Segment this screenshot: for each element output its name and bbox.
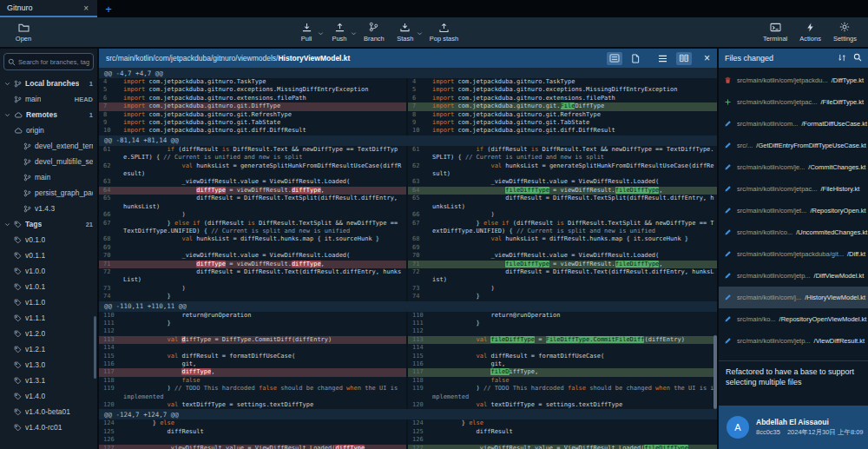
sidebar-item-v1-1-1[interactable]: v1.1.1	[0, 310, 97, 326]
push-button[interactable]: Push	[325, 21, 354, 44]
sidebar-item-v1-2-1[interactable]: v1.2.1	[0, 341, 97, 357]
sidebar-item-v1-2-0[interactable]: v1.2.0	[0, 326, 97, 341]
tag-icon	[14, 346, 22, 353]
sidebar-item-v1-4-0-beta01[interactable]: v1.4.0-beta01	[0, 404, 97, 419]
diff-row: 10import com.jetpackduba.gitnuro.git.dif…	[99, 127, 717, 135]
settings-button[interactable]: Settings	[827, 20, 863, 44]
diff-left-cell: 65 diffResult = DiffResult.TextSplit(dif…	[99, 195, 408, 211]
sidebar-item-v1-3-0[interactable]: v1.3.0	[0, 357, 97, 373]
pull-icon	[301, 23, 312, 34]
new-tab-button[interactable]: +	[97, 0, 120, 17]
diff-left-cell: 62 val hunksList = generateSplitHunkFrom…	[99, 162, 408, 179]
sidebar-item-devel-multifile-select[interactable]: devel_multifile_select	[0, 154, 97, 169]
tag-icon	[14, 377, 22, 385]
branch-button[interactable]: Branch	[358, 20, 391, 44]
file-changed-item-historyviewmodel-kt[interactable]: src/main/kotlin/com/j.../HistoryViewMode…	[719, 287, 868, 308]
code-line: import com.jetpackduba.gitnuro.git.TabSt…	[123, 119, 406, 127]
push-dropdown-chevron-icon[interactable]	[351, 29, 357, 36]
sidebar-item-v0-1-1[interactable]: v0.1.1	[0, 248, 97, 263]
commit-author-card[interactable]: A Abdellah El Aissaoui 8cc0c35 2024年12月3…	[719, 406, 868, 449]
tab-close-icon[interactable]: ×	[82, 3, 90, 13]
diff-right-cell: 9import com.jetpackduba.gitnuro.git.TabS…	[408, 119, 717, 127]
pull-button[interactable]: Pull	[292, 21, 321, 44]
sidebar-item-remotes[interactable]: Remotes1	[0, 107, 97, 122]
search-input[interactable]	[18, 58, 89, 66]
sort-files-icon[interactable]	[838, 54, 846, 63]
sidebar-item-local-branches[interactable]: Local branches1	[0, 76, 97, 91]
close-diff-icon[interactable]: ×	[704, 52, 710, 64]
code-line: diffType,	[123, 368, 406, 376]
file-changed-item-uncommitedchanges-kt[interactable]: src/main/kotlin/co.../UncommitedChanges.…	[719, 221, 868, 243]
diff-row: 114114	[99, 344, 717, 352]
line-number: 126	[408, 436, 432, 444]
code-line: val diffType = DiffType.CommitDiff(diffE…	[123, 336, 406, 344]
sidebar-item-persist-graph-paddin[interactable]: persist_graph_paddin	[0, 185, 97, 201]
diff-left-cell: 8import com.jetpackduba.gitnuro.git.Refr…	[99, 111, 408, 119]
file-changed-item-repositoryopenviewmodel-kt[interactable]: src/main/ko.../RepositoryOpenViewModel.k…	[719, 308, 868, 330]
diff-row: 5import com.jetpackduba.gitnuro.exceptio…	[99, 86, 717, 94]
branch-icon	[14, 96, 22, 103]
actions-button[interactable]: Actions	[793, 21, 827, 44]
chevron-down-icon[interactable]	[4, 221, 10, 228]
code-line: import com.jetpackduba.gitnuro.exception…	[432, 86, 717, 94]
chevron-down-icon[interactable]	[4, 112, 10, 118]
line-number: 125	[99, 428, 123, 436]
sidebar-item-v1-0-1[interactable]: v1.0.1	[0, 279, 97, 294]
terminal-label: Terminal	[763, 35, 787, 43]
branch-search-box[interactable]	[3, 53, 94, 70]
file-name: /Diff.kt	[847, 250, 865, 258]
diff-row: 6969	[99, 244, 717, 252]
sidebar-item-v1-0-0[interactable]: v1.0.0	[0, 263, 97, 279]
file-changed-item-commitchanges-kt[interactable]: src/main/kotlin/com/je.../CommitChanges.…	[719, 156, 868, 178]
diff-right-cell: 112	[408, 327, 717, 335]
code-line: diffResult	[432, 428, 717, 436]
code-line: val hunksList = diffResult.hunks.map { i…	[432, 235, 717, 243]
code-line: _viewDiffResult.value = ViewDiffResult.L…	[432, 178, 717, 186]
pull-dropdown-chevron-icon[interactable]	[318, 29, 324, 36]
diff-row: 67 } else if (diffResult is DiffResult.T…	[99, 220, 717, 236]
file-changed-item-formatdiffusecase-kt[interactable]: src/main/kotlin/com.../FormatDiffUseCase…	[719, 113, 868, 135]
terminal-button[interactable]: Terminal	[757, 21, 793, 44]
sidebar-item-v1-3-1[interactable]: v1.3.1	[0, 373, 97, 388]
sidebar-item-main[interactable]: mainHEAD	[0, 91, 97, 107]
diff-row: 111 }111 }	[99, 320, 717, 327]
file-changed-item-filehistory-kt[interactable]: src/main/kotlin/com/jetpac.../FileHistor…	[719, 178, 868, 200]
file-changed-item-diffviewmodel-kt[interactable]: src/main/kotlin/com/jetp.../DiffViewMode…	[719, 265, 868, 287]
sidebar-item-origin[interactable]: origin	[0, 122, 97, 138]
file-changed-item-repositoryopen-kt[interactable]: src/main/kotlin/com/jet.../RepositoryOpe…	[719, 200, 868, 221]
pop-stash-button[interactable]: Pop stash	[424, 21, 464, 44]
line-number: 8	[408, 111, 432, 119]
sidebar-item-tags[interactable]: Tags21	[0, 216, 97, 232]
branch-icon	[14, 80, 22, 88]
diff-scrollbar[interactable]	[713, 335, 717, 409]
file-changed-item-getdiffentryfromdifftypeusecase-kt[interactable]: src/.../GetDiffEntryFromDiffTypeUseCase.…	[719, 135, 868, 156]
sidebar-item-v1-1-0[interactable]: v1.1.0	[0, 294, 97, 310]
code-line: )	[123, 211, 406, 219]
file-changed-item-filedifftype-kt[interactable]: src/main/kotlin/com/jetpac.../FileDiffTy…	[719, 91, 868, 113]
chevron-down-icon[interactable]	[4, 81, 10, 87]
open-button[interactable]: Open	[9, 21, 38, 44]
file-changed-item-diff-kt[interactable]: src/main/kotlin/com/jetpackduba/git.../D…	[719, 243, 868, 265]
files-search-icon[interactable]	[853, 53, 862, 63]
diff-row: 126126	[99, 436, 717, 444]
file-changed-item-viewdiffresult-kt[interactable]: src/main/kotlin/com/jetp.../ViewDiffResu…	[719, 330, 868, 352]
tab-gitnuro[interactable]: Gitnuro ×	[0, 0, 97, 17]
sidebar-item-v0-1-0[interactable]: v0.1.0	[0, 232, 97, 248]
unified-view-icon[interactable]	[655, 52, 671, 65]
split-view-icon[interactable]	[676, 52, 692, 65]
code-line: _viewDiffResult.value = ViewDiffResult.L…	[123, 445, 406, 449]
sidebar-item-main[interactable]: main	[0, 169, 97, 185]
diff-left-cell: 72 diffResult = DiffResult.Text(diffResu…	[99, 268, 408, 285]
stash-dropdown-chevron-icon[interactable]	[417, 29, 423, 36]
branches-sidebar: Local branches1mainHEADRemotes1origindev…	[0, 49, 97, 449]
file-changed-item-difftype-kt[interactable]: src/main/kotlin/com/jetpackdu.../DiffTyp…	[719, 69, 868, 91]
text-file-icon[interactable]	[628, 52, 643, 65]
sidebar-item-v1-4-0-rc01[interactable]: v1.4.0-rc01	[0, 419, 97, 435]
file-path-prefix: src/main/kotlin/com/jetp...	[737, 337, 811, 345]
sidebar-item-devel-extend-termina[interactable]: devel_extend_termina	[0, 138, 97, 154]
stash-button[interactable]: Stash	[391, 21, 420, 44]
sidebar-scrollbar[interactable]	[94, 316, 96, 379]
sidebar-item-v1-4-0[interactable]: v1.4.0	[0, 388, 97, 404]
unified-diff-icon[interactable]	[607, 52, 622, 65]
sidebar-item-v1-4-3[interactable]: v1.4.3	[0, 201, 97, 216]
